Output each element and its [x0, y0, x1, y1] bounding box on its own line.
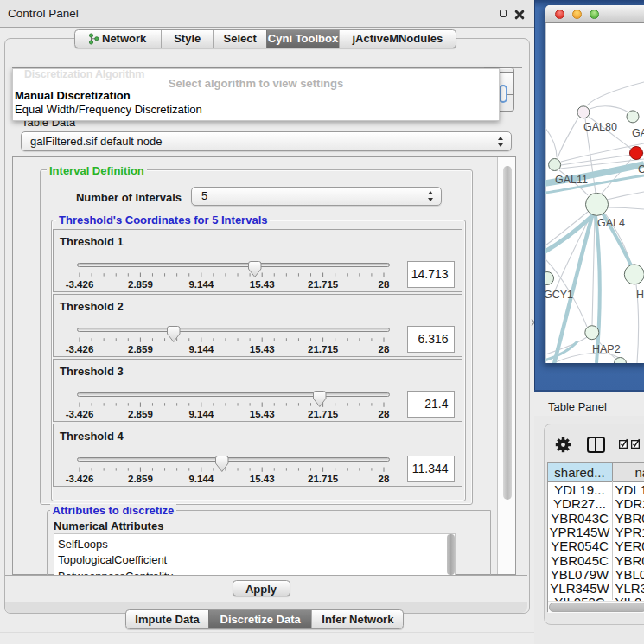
svg-text:GCY1: GCY1	[545, 289, 573, 301]
svg-text:C: C	[638, 163, 644, 175]
svg-text:GAL4: GAL4	[597, 217, 625, 229]
svg-text:GAL80: GAL80	[583, 121, 617, 133]
svg-text:HAP2: HAP2	[592, 343, 621, 355]
svg-text:GAL11: GAL11	[555, 174, 588, 186]
svg-text:GA: GA	[632, 127, 644, 139]
svg-text:H: H	[636, 289, 644, 301]
